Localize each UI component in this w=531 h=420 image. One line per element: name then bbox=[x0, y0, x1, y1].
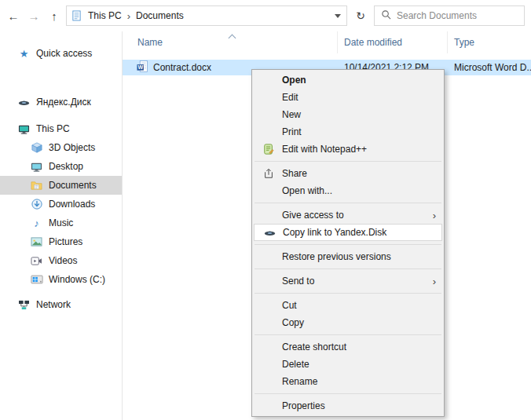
sidebar-item-network[interactable]: Network bbox=[0, 295, 122, 314]
menu-item-give-access-to[interactable]: Give access to › bbox=[254, 206, 442, 224]
menu-separator bbox=[255, 293, 441, 294]
menu-item-rename[interactable]: Rename bbox=[254, 373, 442, 390]
documents-folder-icon bbox=[30, 180, 43, 192]
column-header-label: Type bbox=[454, 37, 474, 48]
menu-item-open[interactable]: Open bbox=[254, 71, 442, 89]
menu-item-label: Copy link to Yandex.Disk bbox=[283, 227, 440, 238]
menu-item-copy-link-to-yandex-disk[interactable]: Copy link to Yandex.Disk bbox=[254, 224, 442, 241]
sidebar-item-downloads[interactable]: Downloads bbox=[0, 195, 122, 214]
up-icon: ↑ bbox=[51, 9, 57, 23]
sidebar-item-videos[interactable]: Videos bbox=[0, 251, 122, 270]
sidebar-item-3d-objects[interactable]: 3D Objects bbox=[0, 138, 122, 157]
menu-item-print[interactable]: Print bbox=[254, 123, 442, 141]
up-button[interactable]: ↑ bbox=[44, 5, 64, 26]
location-icon bbox=[71, 10, 82, 21]
sidebar-item-label: Downloads bbox=[49, 199, 95, 210]
address-bar[interactable]: This PC › Documents bbox=[66, 5, 347, 26]
music-note-icon: ♪ bbox=[30, 217, 43, 229]
file-type: Microsoft Word D... bbox=[448, 60, 531, 75]
forward-button[interactable]: → bbox=[24, 5, 44, 26]
menu-separator bbox=[255, 161, 441, 162]
videos-icon bbox=[30, 256, 43, 266]
network-icon bbox=[17, 300, 31, 310]
sidebar-item-documents[interactable]: Documents bbox=[0, 176, 122, 195]
menu-separator bbox=[255, 268, 441, 269]
sidebar-item-label: Documents bbox=[49, 180, 97, 191]
notepad-plus-plus-icon bbox=[255, 144, 282, 155]
sidebar-gap bbox=[0, 289, 122, 295]
sidebar-item-label: Quick access bbox=[36, 48, 92, 59]
menu-item-label: Cut bbox=[282, 300, 441, 311]
menu-item-label: Send to bbox=[282, 276, 428, 287]
sidebar-item-label: Яндекс.Диск bbox=[36, 97, 91, 108]
sidebar-gap bbox=[0, 111, 122, 119]
svg-text:W: W bbox=[137, 64, 143, 70]
sidebar-item-quick-access[interactable]: ★ Quick access bbox=[0, 44, 122, 63]
3d-objects-icon bbox=[30, 142, 43, 153]
search-box bbox=[374, 5, 525, 26]
menu-separator bbox=[255, 393, 441, 394]
column-header-type[interactable]: Type bbox=[448, 31, 531, 53]
submenu-arrow-icon: › bbox=[428, 276, 441, 287]
breadcrumb-this-pc[interactable]: This PC bbox=[83, 10, 126, 21]
search-input[interactable] bbox=[397, 10, 518, 21]
toolbar: ← → ↑ This PC › Documents ↻ bbox=[0, 0, 531, 31]
menu-item-copy[interactable]: Copy bbox=[254, 314, 442, 331]
menu-item-label: Give access to bbox=[282, 210, 428, 221]
column-header-label: Date modified bbox=[344, 37, 402, 48]
menu-item-share[interactable]: Share bbox=[254, 165, 442, 182]
yandex-disk-icon bbox=[256, 227, 283, 239]
forward-icon: → bbox=[28, 9, 40, 23]
menu-separator bbox=[255, 334, 441, 335]
column-header-date-modified[interactable]: Date modified bbox=[338, 31, 448, 53]
menu-item-label: Restore previous versions bbox=[282, 251, 441, 262]
menu-item-restore-previous-versions[interactable]: Restore previous versions bbox=[254, 248, 442, 265]
breadcrumb-documents[interactable]: Documents bbox=[131, 10, 189, 21]
menu-item-delete[interactable]: Delete bbox=[254, 356, 442, 373]
sidebar-item-yandex-disk[interactable]: Яндекс.Диск bbox=[0, 93, 122, 111]
refresh-button[interactable]: ↻ bbox=[350, 5, 371, 26]
search-icon bbox=[381, 9, 391, 22]
menu-item-send-to[interactable]: Send to › bbox=[254, 272, 442, 290]
column-header-label: Name bbox=[137, 37, 163, 48]
menu-item-properties[interactable]: Properties bbox=[254, 397, 442, 415]
sidebar-item-label: Desktop bbox=[49, 161, 83, 172]
menu-item-edit[interactable]: Edit bbox=[254, 89, 442, 106]
chevron-down-icon bbox=[335, 14, 341, 18]
pictures-icon bbox=[30, 236, 43, 247]
address-dropdown-button[interactable] bbox=[329, 6, 346, 25]
sidebar-item-this-pc[interactable]: This PC bbox=[0, 119, 122, 138]
menu-item-label: Create shortcut bbox=[282, 341, 441, 352]
back-button[interactable]: ← bbox=[3, 5, 24, 26]
sidebar-item-label: Network bbox=[36, 299, 71, 310]
sidebar-item-pictures[interactable]: Pictures bbox=[0, 232, 122, 251]
sidebar-item-music[interactable]: ♪ Music bbox=[0, 214, 122, 232]
share-icon bbox=[255, 168, 282, 179]
sidebar-item-label: Videos bbox=[49, 255, 77, 266]
quick-access-star-icon: ★ bbox=[17, 48, 31, 60]
sidebar-item-label: This PC bbox=[36, 123, 70, 134]
windows-drive-icon bbox=[30, 275, 43, 284]
sidebar-item-label: 3D Objects bbox=[49, 142, 95, 153]
sidebar-item-windows-c[interactable]: Windows (C:) bbox=[0, 270, 122, 289]
menu-separator bbox=[255, 203, 441, 203]
menu-item-label: Open with... bbox=[282, 185, 441, 196]
menu-item-label: Open bbox=[282, 75, 441, 86]
menu-item-create-shortcut[interactable]: Create shortcut bbox=[254, 338, 442, 356]
file-explorer-window: ← → ↑ This PC › Documents ↻ ★ Quick bbox=[0, 0, 531, 420]
refresh-icon: ↻ bbox=[356, 9, 365, 22]
file-name: Contract.docx bbox=[153, 62, 211, 73]
column-headers: Name Date modified Type bbox=[123, 31, 531, 53]
downloads-icon bbox=[30, 199, 43, 210]
submenu-arrow-icon: › bbox=[428, 210, 441, 221]
menu-item-label: New bbox=[282, 109, 441, 120]
menu-item-new[interactable]: New bbox=[254, 106, 442, 123]
sidebar-gap bbox=[0, 63, 122, 93]
back-icon: ← bbox=[8, 9, 20, 23]
menu-item-cut[interactable]: Cut bbox=[254, 297, 442, 314]
menu-item-edit-with-notepad[interactable]: Edit with Notepad++ bbox=[254, 141, 442, 158]
menu-item-open-with[interactable]: Open with... bbox=[254, 182, 442, 199]
sidebar-item-desktop[interactable]: Desktop bbox=[0, 157, 122, 176]
word-document-icon: W bbox=[137, 60, 148, 75]
this-pc-icon bbox=[17, 123, 31, 135]
